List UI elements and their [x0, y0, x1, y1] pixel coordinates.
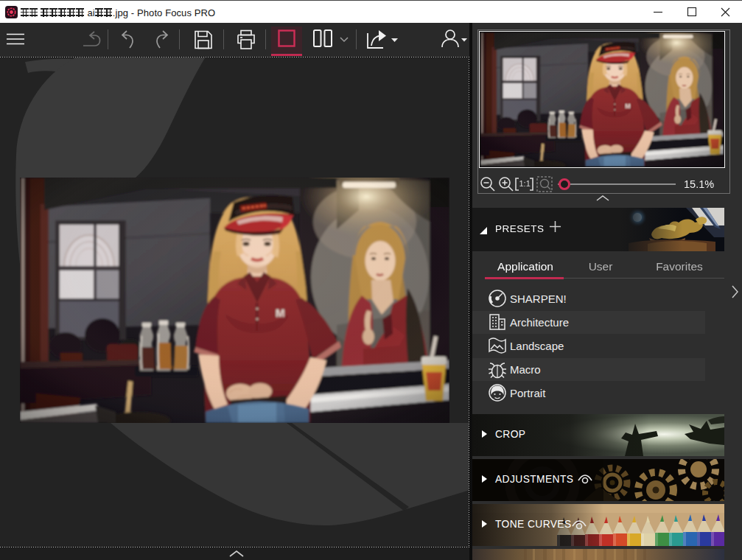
svg-text:15.1%: 15.1% [684, 178, 714, 190]
svg-text:1:1: 1:1 [519, 179, 531, 188]
